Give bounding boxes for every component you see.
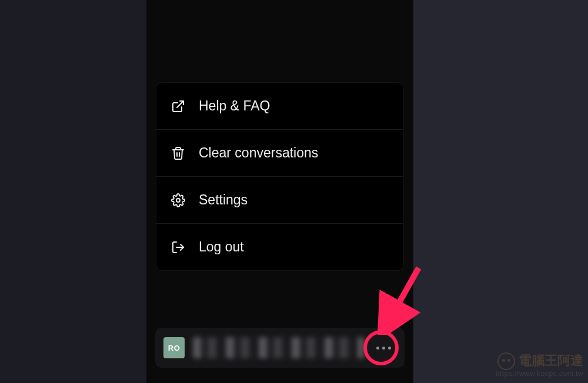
profile-email-obscured — [193, 337, 365, 358]
dots-icon — [376, 347, 379, 350]
menu-item-help-faq[interactable]: Help & FAQ — [156, 83, 403, 129]
menu-item-settings[interactable]: Settings — [156, 176, 403, 223]
menu-item-label: Help & FAQ — [199, 98, 270, 114]
menu-item-label: Clear conversations — [199, 145, 318, 161]
external-link-icon — [171, 99, 186, 114]
menu-item-log-out[interactable]: Log out — [156, 223, 403, 270]
svg-point-0 — [176, 199, 180, 202]
avatar: RO — [163, 337, 185, 358]
menu-item-label: Settings — [199, 192, 248, 208]
account-menu-popup: Help & FAQ Clear conversations Settings … — [156, 82, 404, 271]
trash-icon — [171, 146, 186, 161]
logout-icon — [171, 240, 186, 255]
profile-bar: RO — [155, 328, 405, 368]
dots-icon — [382, 347, 385, 350]
menu-item-label: Log out — [199, 239, 244, 255]
dots-icon — [388, 347, 391, 350]
right-panel — [413, 0, 588, 383]
menu-item-clear-conversations[interactable]: Clear conversations — [156, 129, 403, 176]
more-options-button[interactable] — [373, 337, 394, 358]
gear-icon — [171, 193, 186, 208]
